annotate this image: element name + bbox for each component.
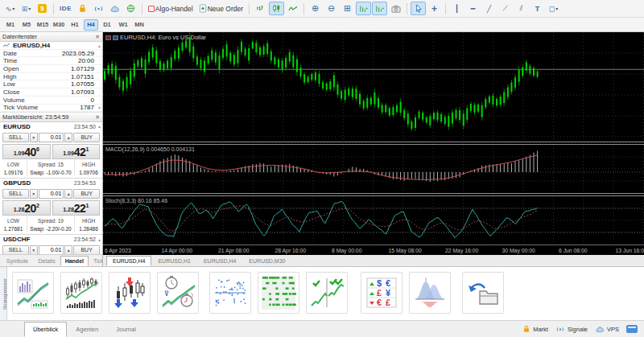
close-icon[interactable]: ✕: [95, 34, 100, 40]
tab-ticks[interactable]: Ticks: [89, 256, 103, 266]
lot-dropdown-button[interactable]: ▼: [30, 245, 38, 255]
line-chart-mode-button[interactable]: [285, 2, 300, 15]
timeframe-h1[interactable]: H1: [68, 19, 82, 31]
market-button[interactable]: [75, 2, 90, 15]
status-vps[interactable]: VPS: [595, 326, 619, 333]
trendline-angle-tool-button[interactable]: ⟋: [497, 2, 513, 15]
buy-price[interactable]: 1.28221: [52, 200, 101, 216]
symbol-row[interactable]: EURUSD23:54:50: [0, 122, 102, 131]
equidistant-channel-tool-button[interactable]: ⫽: [514, 2, 529, 15]
tab-details[interactable]: Details: [33, 256, 60, 266]
symbol-row[interactable]: GBPUSD23:54:53: [0, 179, 102, 187]
text-tool-button[interactable]: T: [530, 2, 545, 15]
trendline-tool-button[interactable]: ╱: [481, 2, 497, 15]
bar-chart-mode-button[interactable]: [253, 2, 268, 15]
timeframe-m30[interactable]: M30: [52, 19, 66, 31]
chart-tab-eurusd-h4-2[interactable]: EURUSD,H4: [197, 256, 242, 266]
chart-tab-eurusd-h4-0[interactable]: EURUSD,H4: [106, 256, 151, 266]
horizontal-line-tool-button[interactable]: ━: [465, 2, 481, 15]
zoom-out-button[interactable]: ⊖: [324, 2, 339, 15]
stopwatch-thumbnail[interactable]: [157, 272, 199, 314]
vertical-line-tool-button[interactable]: ┃: [449, 2, 464, 15]
vps-button[interactable]: [107, 2, 122, 15]
lot-input[interactable]: [39, 133, 64, 142]
scroll-down-icon[interactable]: ▼: [97, 238, 101, 243]
stochastic-pane[interactable]: Stoch(8,3,3) 80.16 85.46: [103, 196, 644, 245]
lot-up-button[interactable]: ▲: [64, 189, 72, 199]
time-axis[interactable]: 6 Apr 202314 Apr 00:0021 Apr 08:0028 Apr…: [103, 245, 644, 255]
scroll-up-icon[interactable]: ▲: [97, 124, 101, 129]
crosshair-tool-button[interactable]: +: [427, 2, 442, 15]
data-window-header[interactable]: Datenfenster ✕: [0, 32, 102, 42]
timeframe-h4[interactable]: H4: [84, 19, 98, 31]
trade-arrows-thumbnail[interactable]: [109, 272, 151, 314]
auto-scroll-button[interactable]: [356, 2, 371, 15]
buy-button[interactable]: BUY: [73, 133, 100, 142]
timeframe-d1[interactable]: D1: [100, 19, 114, 31]
signals-button[interactable]: [91, 2, 106, 15]
timeframe-m15[interactable]: M15: [35, 19, 50, 31]
buy-price[interactable]: 1.09421: [52, 144, 101, 159]
tester-tab-journal[interactable]: Journal: [107, 322, 145, 337]
tab-handel[interactable]: Handel: [60, 256, 89, 266]
scroll-down-icon[interactable]: ▼: [97, 105, 101, 110]
sell-button[interactable]: SELL: [2, 245, 29, 255]
candlestick-mode-button[interactable]: [269, 2, 284, 15]
new-order-label: Neue Order: [208, 5, 243, 13]
algo-trading-button[interactable]: Algo-Handel: [146, 2, 196, 15]
market-watch-toggle-button[interactable]: $: [35, 2, 50, 15]
chart-shift-button[interactable]: [372, 2, 387, 15]
currency-table-thumbnail[interactable]: $€ £¥ €£: [361, 272, 402, 314]
close-icon[interactable]: ✕: [95, 114, 100, 121]
lot-up-button[interactable]: ▲: [64, 133, 72, 142]
timeframe-w1[interactable]: W1: [116, 19, 130, 31]
pattern-thumbnail[interactable]: [258, 272, 299, 314]
report-thumbnail[interactable]: [12, 272, 54, 314]
timeframe-m1[interactable]: M1: [3, 19, 18, 31]
restore-folder-thumbnail[interactable]: [462, 272, 504, 314]
candlestick-thumbnail[interactable]: [60, 272, 102, 314]
timeframe-mn[interactable]: MN: [132, 19, 147, 31]
zoom-in-button[interactable]: ⊕: [308, 2, 323, 15]
buy-button[interactable]: BUY: [73, 189, 100, 199]
symbol-row[interactable]: USDCHF23:54:52: [0, 235, 102, 244]
cursor-tool-button[interactable]: [411, 2, 426, 15]
data-window-symbol-row[interactable]: EURUSD,H4: [0, 42, 102, 50]
lot-up-button[interactable]: ▲: [64, 245, 72, 255]
main-chart-pane[interactable]: EURUSD,H4: Euro vs US Dollar: [103, 32, 644, 142]
tester-tab--berblick[interactable]: Überblick: [24, 322, 67, 337]
market-watch-header[interactable]: Marktübersicht: 23:54:59 ✕: [0, 113, 102, 122]
new-order-button[interactable]: Neue Order: [196, 2, 246, 15]
lot-dropdown-button[interactable]: ▼: [30, 189, 38, 199]
shapes-tool-button[interactable]: ◻▾: [546, 2, 561, 15]
scroll-up-icon[interactable]: ▲: [97, 43, 101, 48]
status-market[interactable]: Markt: [522, 325, 548, 333]
tab-symbole[interactable]: Symbole: [2, 256, 33, 266]
sell-price[interactable]: 1.28202: [2, 200, 51, 216]
community-button[interactable]: [123, 2, 138, 15]
chart-tab-eurusd-h1-1[interactable]: EURUSD,H1: [151, 256, 196, 266]
window-layout-button[interactable]: ⊞▾: [19, 2, 34, 15]
sell-button[interactable]: SELL: [2, 189, 29, 199]
sell-button[interactable]: SELL: [2, 133, 29, 142]
screenshot-button[interactable]: [388, 2, 403, 15]
tester-tab-agenten[interactable]: Agenten: [67, 322, 107, 337]
checkmark-chart-thumbnail[interactable]: [306, 272, 348, 314]
virtual-keyboard-icon[interactable]: [626, 325, 638, 333]
macd-pane[interactable]: MACD(12,26,9) 0.004650 0.004131: [103, 145, 644, 193]
sell-price[interactable]: 1.09406: [2, 144, 51, 159]
buy-button[interactable]: BUY: [73, 245, 100, 255]
row-value: 2023.05.29: [62, 50, 99, 57]
lot-input[interactable]: [39, 245, 64, 255]
chart-profile-button[interactable]: ∿▾: [2, 2, 18, 15]
status-signals[interactable]: Signale: [555, 326, 588, 333]
lot-input[interactable]: [39, 189, 64, 199]
metaeditor-button[interactable]: IDE: [57, 2, 74, 15]
lot-dropdown-button[interactable]: ▼: [30, 133, 38, 142]
chart-tab-eurusd-m30-3[interactable]: EURUSD,M30: [242, 256, 291, 266]
distribution-thumbnail[interactable]: [409, 272, 451, 314]
timeframe-m5[interactable]: M5: [19, 19, 34, 31]
tile-windows-button[interactable]: ⊞: [340, 2, 355, 15]
tester-vertical-tab[interactable]: Strategietester: [0, 267, 7, 320]
scatter-thumbnail[interactable]: [209, 272, 251, 314]
